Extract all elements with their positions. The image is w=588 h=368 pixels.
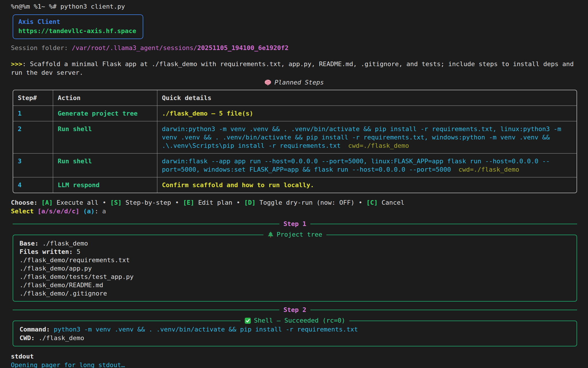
session-folder-line: Session folder: /var/root/.llama3_agent/… — [11, 44, 577, 52]
option-label-dry-run: Toggle dry-run (now: OFF) — [260, 199, 355, 206]
tree-base-line: Base: ./flask_demo — [20, 239, 570, 248]
step-action: Run shell — [53, 121, 157, 154]
file-path: ./flask_demo/requirements.txt — [20, 256, 570, 264]
stdout-message: Opening pager for long stdout… — [11, 361, 577, 368]
table-row: 3 Run shell darwin:flask --app app run -… — [13, 154, 577, 177]
base-value: ./flask_demo — [42, 240, 88, 247]
option-label-cancel: Cancel — [382, 199, 404, 206]
option-label-edit-plan: Edit plan — [198, 199, 232, 206]
option-key-cancel: [C] — [366, 199, 378, 206]
step-number: 3 — [13, 154, 53, 177]
choose-label: Choose: — [11, 199, 38, 206]
column-header-details: Quick details — [157, 90, 577, 106]
table-row: 2 Run shell darwin:python3 -m venv .venv… — [13, 121, 577, 154]
user-prompt-line: >>>: Scaffold a minimal Flask app at ./f… — [11, 60, 577, 77]
step-number: 4 — [13, 177, 53, 193]
files-written-count: 5 — [77, 248, 80, 255]
session-id: 20251105_194100_6e1920f2 — [197, 44, 289, 51]
shell-prompt-line: %n@%m %1~ %# python3 client.py — [11, 2, 577, 11]
prompt-marker: >>> — [11, 60, 22, 68]
step-action: Run shell — [53, 154, 157, 177]
option-key-execute-all: [A] — [41, 199, 53, 206]
base-label: Base: — [20, 240, 38, 247]
table-header-row: Step# Action Quick details — [13, 90, 577, 106]
project-tree-box-label: Project tree — [264, 230, 326, 239]
step-cwd: cwd=./flask_demo — [459, 166, 519, 173]
session-folder-label: Session folder: — [11, 44, 68, 51]
step-details: Confirm scaffold and how to run locally. — [162, 181, 314, 189]
option-label-step-by-step: Step-by-step — [125, 199, 171, 206]
step-1-separator: Step 1 — [13, 220, 577, 228]
planned-steps-title: Planned Steps — [11, 78, 577, 87]
shell-command: %n@%m %1~ %# python3 client.py — [11, 3, 125, 10]
axis-client-banner: Axis Client https://tandevllc-axis.hf.sp… — [13, 14, 143, 39]
select-keys: [a/s/e/d/c] — [38, 208, 80, 215]
select-typed-value[interactable]: a — [102, 208, 106, 215]
file-path: ./flask_demo/app.py — [20, 264, 570, 273]
step-2-title: Step 2 — [279, 306, 310, 314]
app-title: Axis Client — [18, 17, 136, 26]
app-url[interactable]: https://tandevllc-axis.hf.space — [18, 26, 136, 36]
cwd-label: CWD: — [20, 334, 35, 342]
step-details: ./flask_demo — 5 file(s) — [162, 110, 253, 117]
command-label: Command: — [20, 326, 50, 333]
user-prompt-text: Scaffold a minimal Flask app at ./flask_… — [11, 60, 574, 76]
stdout-label: stdout — [11, 352, 577, 361]
step-action: Generate project tree — [53, 106, 157, 121]
check-icon — [245, 317, 251, 324]
shell-result-box: Shell — Succeeded (rc=0) Command: python… — [13, 321, 577, 346]
table-row: 1 Generate project tree ./flask_demo — 5… — [13, 106, 577, 121]
file-path: ./flask_demo/tests/test_app.py — [20, 273, 570, 281]
step-1-title: Step 1 — [279, 220, 310, 228]
shell-result-box-label: Shell — Succeeded (rc=0) — [241, 316, 349, 325]
select-input-line[interactable]: Select [a/s/e/d/c] (a): a — [11, 207, 577, 216]
select-label: Select — [11, 208, 34, 215]
tree-icon — [268, 231, 274, 238]
option-key-dry-run: [D] — [244, 199, 256, 206]
brain-icon — [264, 79, 272, 86]
column-header-step: Step# — [13, 90, 53, 106]
option-key-edit-plan: [E] — [183, 199, 194, 206]
files-written-label: Files written: — [20, 248, 73, 255]
file-path: ./flask_demo/.gitignore — [20, 289, 570, 298]
step-2-separator: Step 2 — [13, 306, 577, 314]
step-number: 2 — [13, 121, 53, 154]
command-line: Command: python3 -m venv .venv && . .ven… — [20, 325, 570, 334]
step-cwd: cwd=./flask_demo — [348, 142, 409, 149]
cwd-line: CWD: ./flask_demo — [20, 334, 570, 342]
project-tree-box: Project tree Base: ./flask_demo Files wr… — [13, 235, 577, 302]
step-number: 1 — [13, 106, 53, 121]
cwd-value: ./flask_demo — [38, 334, 84, 342]
table-row: 4 LLM respond Confirm scaffold and how t… — [13, 177, 577, 193]
command-value: python3 -m venv .venv && . .venv/bin/act… — [54, 326, 358, 333]
column-header-action: Action — [53, 90, 157, 106]
option-key-step-by-step: [S] — [110, 199, 122, 206]
option-label-execute-all: Execute all — [57, 199, 98, 206]
planned-steps-table: Step# Action Quick details 1 Generate pr… — [13, 90, 577, 193]
step-action: LLM respond — [53, 177, 157, 193]
select-default: (a) — [83, 208, 95, 215]
choose-options-line: Choose: [A] Execute all•[S] Step-by-step… — [11, 198, 577, 207]
session-folder-path: /var/root/.llama3_agent/sessions/ — [72, 44, 197, 51]
terminal-window: %n@%m %1~ %# python3 client.py Axis Clie… — [0, 0, 588, 368]
file-path: ./flask_demo/README.md — [20, 281, 570, 289]
files-written-line: Files written: 5 — [20, 248, 570, 256]
